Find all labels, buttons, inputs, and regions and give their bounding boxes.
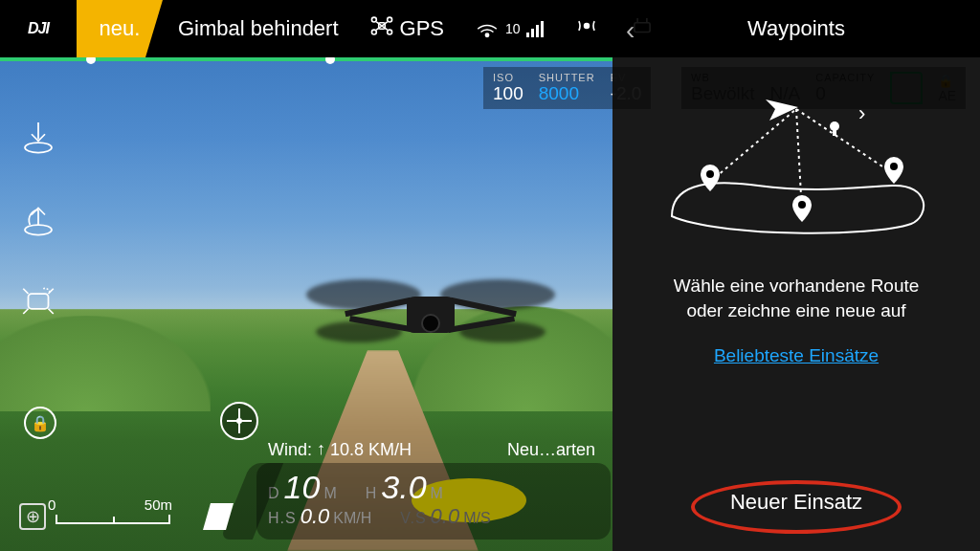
height-readout: H3.0M xyxy=(366,469,443,506)
flight-mode-button[interactable]: GPS xyxy=(354,13,459,44)
intelligent-flight-button[interactable] xyxy=(17,279,59,321)
return-home-button[interactable] xyxy=(17,197,59,239)
svg-line-13 xyxy=(710,109,796,182)
magnifier-plus-icon: ⊕ xyxy=(26,506,40,527)
drone-silhouette xyxy=(325,268,536,354)
waypoints-diagram: › xyxy=(653,82,940,245)
app-root: DJI neu. Gimbal behindert GPS 10 xyxy=(0,0,980,551)
waypoints-panel: ‹ Waypoints › Wähle eine vo xyxy=(612,0,980,551)
back-button[interactable]: ‹ xyxy=(626,15,635,46)
svg-point-11 xyxy=(25,225,52,235)
wind-arrow-icon: ↑ xyxy=(317,439,325,459)
gimbal-lock-button[interactable]: 🔒 xyxy=(24,407,56,439)
svg-point-21 xyxy=(890,163,898,170)
shutter-setting[interactable]: SHUTTER 8000 xyxy=(539,72,595,104)
signal-bars-icon xyxy=(526,20,544,37)
map-zoom-button[interactable]: ⊕ xyxy=(19,503,46,530)
hspeed-readout: H.S0.0KM/H xyxy=(268,504,371,529)
terrain-hill xyxy=(0,316,211,411)
left-action-column xyxy=(17,115,59,321)
satellite-icon xyxy=(475,13,500,44)
wind-readout: Wind: ↑ 10.8 KM/H xyxy=(268,440,412,460)
svg-point-6 xyxy=(584,24,589,29)
svg-point-5 xyxy=(485,33,488,36)
popular-missions-link[interactable]: Beliebteste Einsätze xyxy=(714,345,879,365)
satellite-count: 10 xyxy=(505,21,521,36)
svg-text:›: › xyxy=(858,101,865,125)
new-mission-button[interactable]: Neuer Einsatz xyxy=(713,482,880,522)
panel-message: Wähle eine vorhandene Route oder zeichne… xyxy=(612,254,980,322)
gps-label: GPS xyxy=(400,16,444,41)
lock-icon: 🔒 xyxy=(31,414,50,432)
battery-timeline xyxy=(0,57,612,61)
distance-readout: D10M xyxy=(268,469,337,506)
rc-signal-icon xyxy=(574,13,599,44)
svg-point-1 xyxy=(387,17,391,22)
svg-rect-12 xyxy=(29,294,49,309)
gimbal-warning[interactable]: Gimbal behindert xyxy=(163,16,354,41)
svg-point-2 xyxy=(371,30,376,34)
svg-point-3 xyxy=(387,30,391,34)
restart-label[interactable]: Neu…arten xyxy=(507,440,595,460)
iso-setting[interactable]: ISO 100 xyxy=(493,72,523,104)
svg-rect-18 xyxy=(833,126,836,136)
satellite-indicator[interactable]: 10 xyxy=(459,13,559,44)
svg-point-0 xyxy=(371,17,376,22)
drone-icon xyxy=(369,13,394,44)
target-crosshair-button[interactable] xyxy=(220,402,258,440)
status-tag[interactable]: neu. xyxy=(77,0,163,57)
svg-point-10 xyxy=(25,143,52,153)
telemetry-panel: D10M H3.0M H.S0.0KM/H V.S0.0M/S xyxy=(256,463,611,540)
svg-point-19 xyxy=(706,170,714,178)
auto-takeoff-button[interactable] xyxy=(17,115,59,157)
svg-point-20 xyxy=(798,201,806,209)
brand-logo: DJI xyxy=(0,20,77,37)
panel-header: ‹ Waypoints xyxy=(612,0,980,57)
svg-line-14 xyxy=(796,109,894,174)
vspeed-readout: V.S0.0M/S xyxy=(400,504,490,529)
eraser-button[interactable] xyxy=(203,503,234,530)
panel-title: Waypoints xyxy=(747,16,845,41)
map-scale: 050m xyxy=(56,496,172,524)
rc-signal-indicator[interactable] xyxy=(559,13,614,44)
